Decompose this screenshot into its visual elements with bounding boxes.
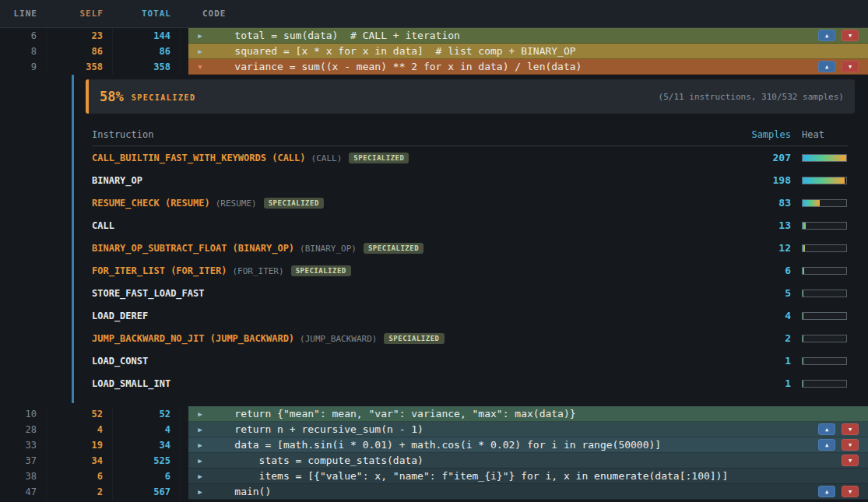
source-code-text: total = sum(data) # CALL + iteration: [210, 28, 460, 44]
heat-bar-fill: [803, 155, 846, 161]
instruction-name: STORE_FAST_LOAD_FAST: [92, 288, 205, 299]
row-nav-buttons: ▲▼: [818, 61, 859, 72]
instruction-rows: CALL_BUILTIN_FAST_WITH_KEYWORDS (CALL)(C…: [92, 146, 849, 395]
instruction-name: LOAD_SMALL_INT: [92, 378, 170, 389]
heat-bar-fill: [803, 200, 820, 206]
heat-cell: [791, 267, 849, 275]
expand-row-icon[interactable]: ▶: [195, 437, 206, 453]
specialized-badge: SPECIALIZED: [364, 243, 423, 254]
code-cell[interactable]: ▶ total = sum(data) # CALL + iteration▲▼: [188, 28, 868, 44]
expand-row-icon[interactable]: ▶: [195, 469, 206, 484]
expand-indicator-line: [72, 75, 74, 403]
code-cell[interactable]: ▶ main()▲▼: [188, 484, 868, 500]
code-cell[interactable]: ▶ squared = [x * x for x in data] # list…: [188, 44, 868, 59]
prev-hot-line-button[interactable]: ▲: [818, 486, 835, 497]
heat-bar: [802, 244, 847, 252]
instruction-row: CALL_BUILTIN_FAST_WITH_KEYWORDS (CALL)(C…: [92, 146, 849, 169]
instruction-name-cell: LOAD_DEREF: [92, 311, 741, 321]
instruction-row: LOAD_SMALL_INT1: [92, 372, 849, 395]
line-number: 10: [0, 406, 47, 422]
expand-row-icon[interactable]: ▶: [195, 484, 206, 500]
code-cell[interactable]: ▶ return {"mean": mean, "var": variance,…: [188, 406, 868, 422]
expand-row-icon[interactable]: ▶: [195, 406, 206, 422]
self-samples: 23: [47, 28, 113, 44]
self-samples: 2: [47, 484, 113, 500]
instruction-row: CALL13: [92, 214, 849, 237]
heat-bar-fill: [803, 290, 803, 297]
instruction-samples: 198: [741, 174, 791, 186]
prev-hot-line-button[interactable]: ▲: [818, 61, 835, 72]
instruction-name-cell: JUMP_BACKWARD_NO_JIT (JUMP_BACKWARD)(JUM…: [92, 333, 741, 344]
specialization-panel: 58% SPECIALIZED (5/11 instructions, 310/…: [86, 79, 855, 395]
expand-row-icon[interactable]: ▶: [195, 28, 206, 44]
column-header-self: SELF: [47, 9, 113, 19]
self-samples: 358: [47, 59, 113, 75]
heat-cell: [791, 154, 849, 162]
total-samples: 6: [113, 469, 181, 484]
heat-bar: [802, 154, 847, 162]
next-hot-line-button[interactable]: ▼: [842, 486, 859, 497]
heat-bar: [802, 312, 847, 320]
instruction-samples: 12: [741, 242, 791, 254]
column-header-total: TOTAL: [113, 9, 181, 19]
specialization-counts: (5/11 instructions, 310/532 samples): [659, 92, 844, 102]
collapse-row-icon[interactable]: ▼: [195, 59, 206, 75]
instruction-name: RESUME_CHECK (RESUME): [92, 198, 210, 209]
code-cell[interactable]: ▶ items = [{"value": x, "name": f"item_{…: [188, 469, 868, 484]
code-row-line-10: 105252▶ return {"mean": mean, "var": var…: [0, 406, 868, 422]
heat-cell: [791, 290, 849, 297]
code-cell[interactable]: ▼ variance = sum((x - mean) ** 2 for x i…: [188, 59, 868, 75]
heat-bar-fill: [803, 177, 845, 184]
expand-row-icon[interactable]: ▶: [195, 453, 206, 469]
total-samples: 358: [113, 59, 181, 75]
code-rows-top: 623144▶ total = sum(data) # CALL + itera…: [0, 28, 868, 75]
heat-cell: [791, 380, 849, 388]
instruction-name: FOR_ITER_LIST (FOR_ITER): [92, 265, 227, 276]
next-hot-line-button[interactable]: ▼: [842, 423, 859, 435]
source-code-text: variance = sum((x - mean) ** 2 for x in …: [210, 59, 582, 75]
prev-hot-line-button[interactable]: ▲: [818, 423, 835, 435]
instruction-base-opcode: (RESUME): [216, 198, 257, 209]
instruction-base-opcode: (BINARY_OP): [300, 244, 357, 254]
line-number: 37: [0, 453, 47, 469]
instruction-samples: 6: [741, 265, 791, 276]
code-cell[interactable]: ▶ return n + recursive_sum(n - 1)▲▼: [188, 422, 868, 437]
instruction-row: FOR_ITER_LIST (FOR_ITER)(FOR_ITER)SPECIA…: [92, 259, 849, 282]
column-header-code: CODE: [181, 9, 236, 19]
total-samples: 4: [113, 422, 181, 437]
instruction-name-cell: BINARY_OP: [92, 175, 741, 186]
heat-bar: [802, 199, 847, 207]
instruction-row: LOAD_CONST1: [92, 349, 849, 372]
heat-cell: [791, 199, 849, 207]
prev-hot-line-button[interactable]: ▲: [818, 439, 835, 451]
next-hot-line-button[interactable]: ▼: [842, 30, 859, 41]
heat-cell: [791, 335, 849, 342]
source-code-text: data = [math.sin(i * 0.01) + math.cos(i …: [210, 437, 661, 453]
column-header-heat: Heat: [791, 129, 849, 140]
row-nav-buttons: ▼: [842, 455, 859, 466]
expand-row-icon[interactable]: ▶: [195, 44, 206, 59]
code-row-line-9: 9358358▼ variance = sum((x - mean) ** 2 …: [0, 59, 868, 75]
heat-bar-fill: [803, 223, 806, 229]
table-header: LINE SELF TOTAL CODE: [0, 0, 868, 28]
instruction-name-cell: RESUME_CHECK (RESUME)(RESUME)SPECIALIZED: [92, 198, 741, 209]
instruction-row: BINARY_OP_SUBTRACT_FLOAT (BINARY_OP)(BIN…: [92, 237, 849, 259]
code-row-line-8: 88686▶ squared = [x * x for x in data] #…: [0, 44, 868, 59]
heat-bar: [802, 222, 847, 230]
instruction-samples: 2: [741, 332, 791, 344]
code-cell[interactable]: ▶ data = [math.sin(i * 0.01) + math.cos(…: [188, 437, 868, 453]
instruction-row: JUMP_BACKWARD_NO_JIT (JUMP_BACKWARD)(JUM…: [92, 327, 849, 349]
next-hot-line-button[interactable]: ▼: [842, 61, 859, 72]
instruction-name-cell: CALL_BUILTIN_FAST_WITH_KEYWORDS (CALL)(C…: [92, 153, 741, 163]
instruction-base-opcode: (CALL): [311, 153, 343, 163]
expand-row-icon[interactable]: ▶: [195, 422, 206, 437]
next-hot-line-button[interactable]: ▼: [842, 455, 859, 466]
instruction-name: LOAD_CONST: [92, 356, 148, 367]
total-samples: 144: [113, 28, 181, 44]
heat-cell: [791, 177, 849, 184]
prev-hot-line-button[interactable]: ▲: [818, 30, 835, 41]
code-cell[interactable]: ▶ stats = compute_stats(data)▼: [188, 453, 868, 469]
next-hot-line-button[interactable]: ▼: [842, 439, 859, 451]
source-code-text: items = [{"value": x, "name": f"item_{i}…: [210, 469, 728, 484]
instruction-name-cell: CALL: [92, 220, 741, 231]
